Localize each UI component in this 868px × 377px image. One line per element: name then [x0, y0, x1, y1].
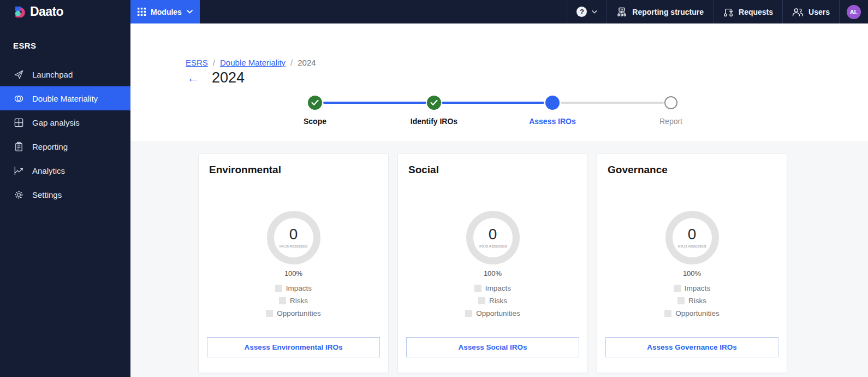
- donut-chart: 0 IROs Assessed: [207, 211, 380, 264]
- card-title: Social: [406, 164, 579, 176]
- nav-label: Users: [808, 8, 830, 16]
- donut-percent: 100%: [207, 269, 380, 278]
- legend-swatch: [474, 285, 481, 292]
- legend-swatch: [275, 285, 282, 292]
- clipboard-icon: [13, 142, 24, 152]
- nav-label: Reporting structure: [632, 8, 704, 16]
- help-menu[interactable]: ?: [567, 0, 607, 23]
- assess-environmental-iros-button[interactable]: Assess Environmental IROs: [207, 337, 380, 357]
- cards-board: Environmental 0 IROs Assessed 100% Impac…: [130, 141, 868, 377]
- chevron-down-icon: [187, 10, 193, 14]
- step-scope[interactable]: Scope: [271, 96, 359, 126]
- donut-legend: Impacts Risks Opportunities: [605, 284, 778, 317]
- page-header: ESRS / Double Materiality / 2024 ← 2024 …: [130, 23, 868, 141]
- donut-legend: Impacts Risks Opportunities: [207, 284, 380, 317]
- step-active-dot: [545, 96, 560, 110]
- chevron-down-icon: [592, 10, 597, 14]
- legend-item-risks: Risks: [279, 297, 308, 305]
- iros-assessed-count: 0: [289, 227, 298, 242]
- legend-swatch: [279, 297, 286, 304]
- breadcrumb-link-esrs[interactable]: ESRS: [186, 58, 208, 67]
- nav-reporting-structure[interactable]: Reporting structure: [607, 0, 713, 23]
- sidebar-item-double-materiality[interactable]: Double Materiality: [0, 86, 130, 110]
- breadcrumb-link-double-materiality[interactable]: Double Materiality: [220, 58, 286, 67]
- legend-item-impacts: Impacts: [674, 284, 710, 292]
- iros-assessed-label: IROs Assessed: [479, 244, 507, 249]
- legend-item-opportunities: Opportunities: [266, 309, 320, 317]
- iros-assessed-count: 0: [688, 227, 697, 242]
- legend-label: Risks: [489, 297, 507, 305]
- modules-label: Modules: [151, 8, 182, 16]
- daato-logo[interactable]: Daato: [0, 0, 130, 23]
- assess-governance-iros-button[interactable]: Assess Governance IROs: [605, 337, 778, 357]
- nav-users[interactable]: Users: [782, 0, 839, 23]
- legend-swatch: [465, 310, 472, 317]
- donut-chart: 0 IROs Assessed: [605, 211, 778, 264]
- step-report[interactable]: Report: [627, 96, 715, 126]
- overlapping-circles-icon: [13, 93, 24, 104]
- legend-swatch: [266, 310, 273, 317]
- back-arrow-button[interactable]: ←: [187, 72, 199, 84]
- avatar[interactable]: AL: [847, 5, 861, 19]
- step-identify-iros[interactable]: Identify IROs: [390, 96, 478, 126]
- workflow-arrow-icon: [723, 7, 734, 17]
- main-content: ESRS / Double Materiality / 2024 ← 2024 …: [130, 23, 868, 377]
- sidebar: ESRS Launchpad Double Materiality: [0, 23, 130, 377]
- breadcrumb-current: 2024: [298, 58, 316, 67]
- legend-label: Opportunities: [277, 309, 320, 317]
- legend-label: Impacts: [485, 284, 511, 292]
- top-bar: Daato Modules ?: [0, 0, 868, 23]
- sidebar-item-label: Analytics: [32, 166, 65, 175]
- donut-legend: Impacts Risks Opportunities: [406, 284, 579, 317]
- step-label: Report: [627, 117, 715, 126]
- topbar-right-cluster: ? Reporting structure: [567, 0, 868, 23]
- legend-item-risks: Risks: [677, 297, 706, 305]
- legend-swatch: [677, 297, 685, 304]
- sidebar-item-settings[interactable]: Settings: [0, 182, 130, 207]
- step-label: Scope: [271, 117, 359, 126]
- donut-ring: 0 IROs Assessed: [267, 211, 320, 264]
- donut-chart: 0 IROs Assessed: [406, 211, 579, 264]
- modules-button[interactable]: Modules: [130, 0, 200, 23]
- sidebar-item-label: Launchpad: [32, 70, 73, 79]
- legend-item-impacts: Impacts: [275, 284, 312, 292]
- iros-assessed-label: IROs Assessed: [280, 244, 307, 249]
- sidebar-item-label: Double Materiality: [32, 94, 98, 103]
- sidebar-item-gap-analysis[interactable]: Gap analysis: [0, 110, 130, 134]
- legend-swatch: [664, 310, 671, 317]
- card-social: Social 0 IROs Assessed 100% Impacts: [397, 154, 588, 373]
- donut-ring: 0 IROs Assessed: [466, 211, 520, 264]
- legend-label: Impacts: [685, 284, 710, 292]
- step-completed-check-icon: [427, 96, 441, 110]
- legend-label: Opportunities: [476, 309, 520, 317]
- nav-requests[interactable]: Requests: [713, 0, 782, 23]
- breadcrumb-separator: /: [213, 58, 215, 67]
- legend-item-risks: Risks: [478, 297, 507, 305]
- sidebar-item-launchpad[interactable]: Launchpad: [0, 62, 130, 86]
- breadcrumb-separator: /: [290, 58, 293, 67]
- sidebar-item-analytics[interactable]: Analytics: [0, 158, 130, 182]
- avatar-group[interactable]: AL: [839, 0, 868, 23]
- assess-social-iros-button[interactable]: Assess Social IROs: [406, 337, 579, 357]
- grid-icon: [138, 8, 146, 16]
- step-assess-iros[interactable]: Assess IROs: [509, 96, 596, 126]
- sidebar-section-title: ESRS: [0, 23, 130, 62]
- grid-squares-icon: [13, 117, 24, 128]
- legend-label: Risks: [688, 297, 706, 305]
- card-title: Governance: [605, 164, 778, 176]
- card-environmental: Environmental 0 IROs Assessed 100% Impac…: [198, 154, 389, 373]
- sidebar-item-reporting[interactable]: Reporting: [0, 134, 130, 158]
- legend-swatch: [478, 297, 485, 304]
- org-chart-icon: [616, 7, 627, 17]
- legend-swatch: [674, 285, 681, 292]
- donut-percent: 100%: [605, 269, 778, 278]
- step-label: Identify IROs: [390, 117, 478, 126]
- breadcrumb: ESRS / Double Materiality / 2024: [186, 58, 316, 67]
- paper-plane-icon: [13, 69, 24, 80]
- gear-icon: [13, 190, 24, 200]
- logo-text: Daato: [30, 4, 63, 19]
- donut-ring: 0 IROs Assessed: [665, 211, 719, 264]
- legend-label: Impacts: [286, 284, 312, 292]
- line-chart-icon: [13, 166, 24, 176]
- legend-label: Opportunities: [675, 309, 719, 317]
